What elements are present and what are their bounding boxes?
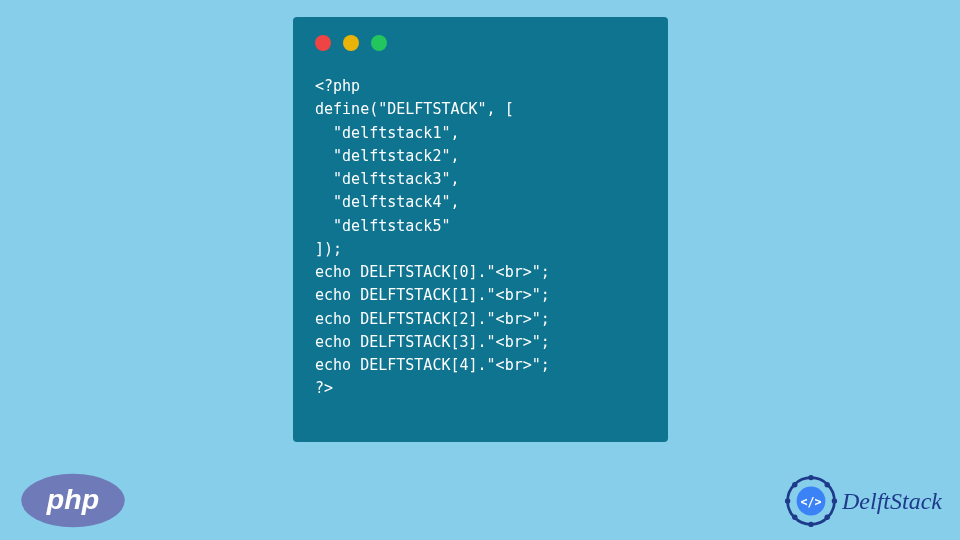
window-controls <box>315 35 646 51</box>
svg-point-7 <box>808 522 813 527</box>
delftstack-text: DelftStack <box>842 488 942 515</box>
code-content: <?php define("DELFTSTACK", [ "delftstack… <box>315 75 646 401</box>
code-window: <?php define("DELFTSTACK", [ "delftstack… <box>293 17 668 442</box>
close-dot <box>315 35 331 51</box>
svg-point-9 <box>785 498 790 503</box>
svg-point-6 <box>825 515 830 520</box>
delftstack-icon: </> <box>784 474 838 528</box>
minimize-dot <box>343 35 359 51</box>
svg-text:php: php <box>46 483 99 515</box>
delftstack-logo: </> DelftStack <box>784 474 942 528</box>
php-logo: php <box>18 472 128 530</box>
maximize-dot <box>371 35 387 51</box>
svg-point-5 <box>832 498 837 503</box>
svg-point-8 <box>792 515 797 520</box>
svg-point-4 <box>825 482 830 487</box>
svg-point-3 <box>808 475 813 480</box>
svg-text:</>: </> <box>800 495 821 509</box>
svg-point-10 <box>792 482 797 487</box>
